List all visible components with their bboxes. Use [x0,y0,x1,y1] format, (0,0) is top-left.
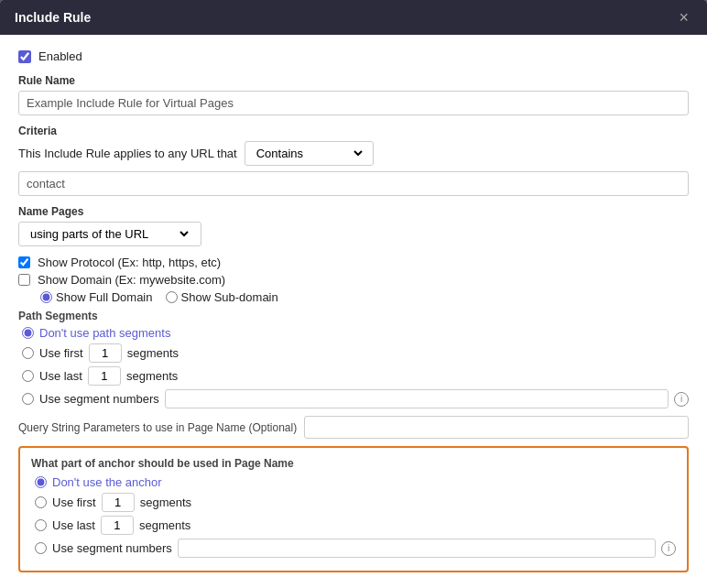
anchor-use-first-row: Use first segments [35,493,676,512]
anchor-numbers-radio[interactable] [35,542,47,554]
anchor-first-radio[interactable] [35,496,47,508]
path-first-input[interactable] [89,343,122,363]
full-domain-radio[interactable] [40,291,52,303]
criteria-description-row: This Include Rule applies to any URL tha… [18,141,689,166]
path-none-radio[interactable] [22,327,34,339]
anchor-use-last-row: Use last segments [35,516,676,535]
criteria-value-input[interactable] [18,171,689,196]
sub-domain-radio[interactable] [166,291,178,303]
rule-name-input[interactable] [18,91,689,115]
show-protocol-row: Show Protocol (Ex: http, https, etc) [18,256,689,269]
show-domain-checkbox[interactable] [18,274,30,286]
show-protocol-checkbox[interactable] [18,256,30,268]
dialog-body: Enabled Rule Name Criteria This Include … [0,35,707,588]
name-pages-row: Name Pages using parts of the URL using … [18,205,689,246]
path-info-icon[interactable]: i [674,392,689,407]
subdomain-options-row: Show Full Domain Show Sub-domain [40,290,689,304]
criteria-row: Criteria This Include Rule applies to an… [18,125,689,196]
sub-domain-option[interactable]: Show Sub-domain [166,290,278,304]
criteria-operator-dropdown[interactable]: Contains Starts With Ends With Equals Do… [245,141,374,166]
anchor-none-row: Don't use the anchor [35,475,676,489]
anchor-last-radio[interactable] [35,519,47,531]
path-segments-label: Path Segments [18,310,689,322]
name-pages-label: Name Pages [18,205,689,218]
anchor-section: What part of anchor should be used in Pa… [18,446,689,572]
anchor-last-input[interactable] [101,516,134,535]
path-first-label: Use first [39,346,83,360]
anchor-first-segments-label: segments [140,495,191,509]
path-use-last-row: Use last segments [22,366,689,386]
anchor-last-label: Use last [52,518,95,532]
anchor-info-icon[interactable]: i [661,541,676,556]
anchor-none-label: Don't use the anchor [52,475,162,489]
query-string-row: Query String Parameters to use in Page N… [18,416,689,439]
query-string-input[interactable] [304,416,689,439]
criteria-operator-select[interactable]: Contains Starts With Ends With Equals Do… [253,146,365,161]
path-last-radio[interactable] [22,370,34,382]
name-pages-select[interactable]: using parts of the URL using a static pa… [27,226,191,242]
show-domain-row: Show Domain (Ex: mywebsite.com) [18,273,689,287]
path-last-segments-label: segments [126,369,178,383]
enabled-row: Enabled [18,49,689,63]
path-numbers-label: Use segment numbers [39,392,159,406]
anchor-last-segments-label: segments [139,518,190,532]
enabled-checkbox[interactable] [18,50,31,63]
close-button[interactable]: × [675,9,692,26]
path-last-input[interactable] [88,366,121,386]
path-first-radio[interactable] [22,347,34,359]
anchor-first-label: Use first [52,495,96,509]
path-numbers-radio[interactable] [22,393,34,405]
dialog-title: Include Rule [15,10,91,25]
path-use-first-row: Use first segments [22,343,689,363]
anchor-none-radio[interactable] [35,476,47,488]
path-none-label: Don't use path segments [39,326,170,340]
anchor-segment-numbers-row: Use segment numbers i [35,539,676,558]
enabled-label: Enabled [38,49,82,63]
name-pages-dropdown[interactable]: using parts of the URL using a static pa… [18,222,201,246]
sub-domain-label: Show Sub-domain [181,290,278,304]
full-domain-label: Show Full Domain [56,290,153,304]
rule-name-label: Rule Name [18,74,689,87]
dialog-header: Include Rule × [0,0,707,35]
path-last-label: Use last [39,369,82,383]
path-segment-numbers-input[interactable] [165,389,669,408]
criteria-label: Criteria [18,125,689,137]
path-no-segments-row: Don't use path segments [22,326,689,340]
show-protocol-label: Show Protocol (Ex: http, https, etc) [38,256,221,269]
anchor-first-input[interactable] [102,493,135,512]
full-domain-option[interactable]: Show Full Domain [40,290,153,304]
criteria-description: This Include Rule applies to any URL tha… [18,147,237,160]
path-first-segments-label: segments [127,346,179,360]
include-rule-dialog: Include Rule × Enabled Rule Name Criteri… [0,0,707,588]
path-segments-section: Path Segments Don't use path segments Us… [18,310,689,408]
path-segment-numbers-row: Use segment numbers i [22,389,689,408]
rule-name-row: Rule Name [18,74,689,115]
show-domain-label: Show Domain (Ex: mywebsite.com) [38,273,225,287]
anchor-segment-numbers-input[interactable] [178,539,656,558]
anchor-numbers-label: Use segment numbers [52,541,172,555]
query-string-label: Query String Parameters to use in Page N… [18,421,297,434]
anchor-section-label: What part of anchor should be used in Pa… [31,457,676,470]
